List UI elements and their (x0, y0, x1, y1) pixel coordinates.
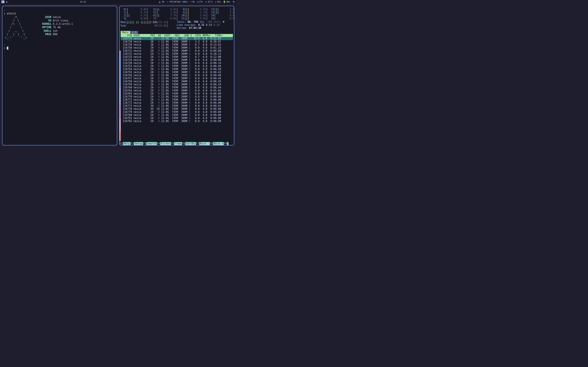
htop-tab-main[interactable]: Main (121, 31, 130, 34)
htop-process-row[interactable]: 116753 nezia 20 0 12.8G 745M 300M S 0.0 … (121, 65, 233, 68)
temp-icon: 🌡 (205, 1, 207, 3)
clock: 15:52 (80, 1, 86, 3)
terminal-pane-afetch[interactable]: ~ ❯ afetch /\ USER nezia / \ OS Arch Lin… (2, 6, 117, 145)
temp-val: 45°C (208, 1, 213, 3)
tray-battery[interactable]: 🔋 98% (223, 1, 230, 3)
htop-process-row[interactable]: 116731 nezia 20 0 12.8G 745M 300M S 0.0 … (121, 49, 233, 52)
tray-fan[interactable]: ✲ 53% (215, 1, 221, 3)
discord-tray-icon[interactable]: 👾 (233, 1, 235, 3)
htop-process-row[interactable]: 116732 nezia 20 0 12.8G 745M 300M S 0.0 … (121, 52, 233, 55)
brightness-pct: 4% (192, 1, 195, 3)
htop-scroll-indicator (120, 51, 121, 141)
htop-fn-f5[interactable]: F5Tree (171, 142, 182, 145)
workspace-dot-icon[interactable]: ◉ (6, 1, 7, 3)
htop-uptime: Uptime: 07:04:38 (177, 26, 233, 30)
htop-process-row[interactable]: 116781 nezia 20 0 12.8G 745M 300M S 0.0 … (121, 117, 233, 120)
htop-process-row[interactable]: 116773 nezia 20 0 12.8G 745M 300M S 0.0 … (121, 104, 233, 107)
htop-process-row[interactable]: 116780 nezia 20 0 12.8G 745M 300M S 0.0 … (121, 114, 233, 117)
htop-tab-io[interactable]: I/O (130, 31, 138, 34)
fan-pct: 53% (217, 1, 221, 3)
htop-fn-f3[interactable]: F3Search (143, 142, 157, 145)
htop-process-row[interactable]: 116729 nezia 20 0 12.8G 745M 300M S 0.7 … (121, 43, 233, 46)
htop-load-average: Load average: 0.72 0.53 0.28 (177, 24, 233, 26)
volume-pct: 0% (162, 1, 164, 3)
htop-table-header[interactable]: PID USER PRI NI VIRT RES SHR S CPU% MEM%… (121, 34, 233, 37)
htop-fn-f8[interactable]: F8Nice + (210, 142, 224, 145)
tray-disk[interactable]: ≡ 27% (197, 1, 203, 3)
htop-fn-f9[interactable]: F9 (224, 142, 228, 145)
fan-icon: ✲ (215, 1, 216, 3)
htop-process-row[interactable]: 116754 nezia 20 0 12.8G 745M 300M S 0.0 … (121, 68, 233, 71)
htop-process-row[interactable]: 116771 nezia 20 0 12.8G 745M 300M S 0.0 … (121, 98, 233, 101)
workspace-terminal-icon[interactable]: >_ (1, 0, 4, 3)
htop-fn-f6[interactable]: F6SortBy (182, 142, 196, 145)
htop-process-row[interactable]: 116735 nezia 20 0 12.8G 745M 300M S 0.0 … (121, 58, 233, 61)
htop-fn-f4[interactable]: F4Filter (157, 142, 171, 145)
htop-fn-f7[interactable]: F7Nice - (196, 142, 210, 145)
htop-process-list[interactable]: 116724 nezia 20 0 12.8G 745M 300M S 19.6… (121, 37, 233, 123)
htop-process-row[interactable]: 116738 nezia 20 0 12.8G 745M 300M S 0.0 … (121, 61, 233, 65)
htop-process-row[interactable]: 116756 nezia 20 0 12.8G 745M 300M S 0.0 … (121, 74, 233, 77)
disk-icon: ≡ (197, 1, 198, 3)
htop-cpu-meters: 0[| 9.0%] 4[|| 9.6%] 8[|| 5.2%] 12[|| 2.… (121, 8, 233, 20)
htop-fn-f2[interactable]: F2Setup (130, 142, 143, 145)
htop-process-row[interactable]: 116765 nezia 20 0 12.8G 745M 300M S 0.0 … (121, 92, 233, 95)
htop-mem-meter: Mem[||||| || ||||||2.93G/15.2G] (121, 21, 173, 24)
htop-process-row[interactable]: 116724 nezia 20 0 12.8G 745M 300M S 19.6… (121, 37, 233, 40)
htop-process-row[interactable]: 116755 nezia 20 0 12.8G 745M 300M S 0.0 … (121, 71, 233, 74)
tray-wifi[interactable]: ᯤ UPC59F3A0 (88%) (167, 1, 188, 3)
htop-process-row[interactable]: 116779 nezia 20 0 12.8G 745M 300M S 0.0 … (121, 110, 233, 114)
htop-process-row[interactable]: 116759 nezia 20 0 12.8G 745M 300M S 0.0 … (121, 83, 233, 86)
htop-process-row[interactable]: 116760 nezia 20 0 12.8G 745M 300M S 0.0 … (121, 86, 233, 89)
htop-tasks: Tasks: 80, 746 thr, 249 kthr; 4 (177, 20, 233, 24)
htop-tabs: MainI/O (121, 31, 233, 34)
htop-process-row[interactable]: 116758 nezia 20 0 12.8G 745M 300M S 0.0 … (121, 80, 233, 83)
volume-icon: 🔈 (159, 1, 161, 3)
htop-process-row[interactable]: 116764 nezia 20 0 12.8G 745M 300M S 0.0 … (121, 89, 233, 92)
wifi-label: UPC59F3A0 (88%) (170, 1, 188, 3)
tray-brightness[interactable]: ☀ 4% (190, 1, 195, 3)
tray-temp[interactable]: 🌡 45°C (205, 1, 213, 3)
disk-pct: 27% (199, 1, 203, 3)
terminal-pane-htop[interactable]: 0[| 9.0%] 4[|| 9.6%] 8[|| 5.2%] 12[|| 2.… (119, 6, 234, 145)
htop-fn-f1[interactable]: F1Help (120, 142, 130, 145)
topbar: >_ ◉ 15:52 🔈 0% ᯤ UPC59F3A0 (88%) ☀ 4% ≡… (0, 0, 236, 4)
battery-pct: 98% (226, 1, 230, 3)
htop-function-bar: F1Help F2Setup F3SearchF4FilterF5Tree F6… (120, 142, 234, 145)
htop-process-row[interactable]: 116782 nezia 20 0 12.8G 745M 300M S 0.0 … (121, 120, 233, 123)
htop-swap-meter: Swp[ 0K/24.0G] (121, 24, 173, 27)
htop-process-row[interactable]: 116757 nezia 20 0 12.8G 745M 300M S 0.0 … (121, 77, 233, 80)
htop-process-row[interactable]: 116778 nezia 39 19 12.8G 745M 300M S 0.0… (121, 107, 233, 110)
tray-volume[interactable]: 🔈 0% (159, 1, 164, 3)
afetch-output: ~ ❯ afetch /\ USER nezia / \ OS Arch Lin… (2, 6, 117, 52)
htop-process-row[interactable]: 116728 nezia 20 0 12.8G 745M 300M S 3.3 … (121, 40, 233, 43)
htop-process-row[interactable]: 116772 nezia 20 0 12.8G 745M 300M S 0.0 … (121, 101, 233, 104)
brightness-icon: ☀ (190, 1, 191, 3)
htop-process-row[interactable]: 116730 nezia 20 0 12.8G 745M 300M S 0.0 … (121, 46, 233, 49)
htop-process-row[interactable]: 116770 nezia 20 0 12.8G 745M 300M S 0.0 … (121, 95, 233, 98)
wifi-icon: ᯤ (167, 1, 169, 3)
battery-icon: 🔋 (223, 1, 226, 3)
htop-process-row[interactable]: 116733 nezia 20 0 12.8G 745M 300M S 0.7 … (121, 55, 233, 58)
